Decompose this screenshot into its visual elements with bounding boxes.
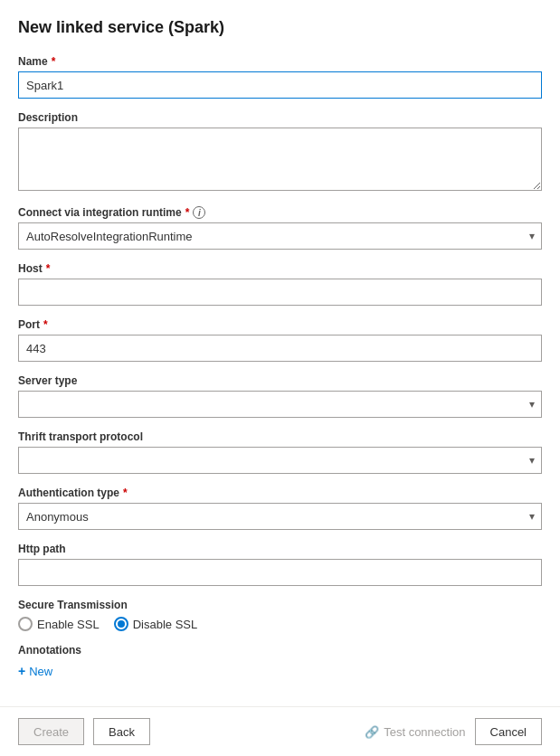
connect-field-group: Connect via integration runtime * i Auto… — [18, 206, 542, 250]
connect-label: Connect via integration runtime * i — [18, 206, 542, 219]
port-label: Port * — [18, 318, 542, 331]
test-connection-label: Test connection — [384, 725, 465, 739]
name-label: Name * — [18, 55, 542, 68]
port-input[interactable] — [18, 335, 542, 362]
description-field-group: Description — [18, 111, 542, 194]
auth-field-group: Authentication type * Anonymous ▾ — [18, 487, 542, 530]
thrift-select[interactable] — [18, 447, 542, 474]
name-field-group: Name * — [18, 55, 542, 99]
secure-transmission-label: Secure Transmission — [18, 599, 542, 611]
enable-ssl-label[interactable]: Enable SSL — [18, 617, 100, 631]
port-field-group: Port * — [18, 318, 542, 362]
disable-ssl-radio[interactable] — [114, 617, 128, 631]
connect-info-icon[interactable]: i — [193, 206, 205, 219]
server-type-field-group: Server type ▾ — [18, 374, 542, 418]
description-label: Description — [18, 111, 542, 124]
connect-select-wrapper: AutoResolveIntegrationRuntime ▾ — [18, 222, 542, 250]
name-required: * — [52, 55, 56, 68]
connect-select[interactable]: AutoResolveIntegrationRuntime — [18, 222, 542, 250]
http-path-field-group: Http path — [18, 543, 542, 586]
host-input[interactable] — [18, 279, 542, 306]
connect-required: * — [185, 206, 190, 219]
new-annotation-label: New — [29, 665, 52, 678]
footer-left: Create Back — [18, 718, 150, 745]
description-input[interactable] — [18, 128, 542, 191]
back-button[interactable]: Back — [93, 718, 150, 745]
ssl-radio-group: Enable SSL Disable SSL — [18, 617, 542, 631]
cancel-button[interactable]: Cancel — [475, 718, 542, 745]
auth-label: Authentication type * — [18, 487, 542, 499]
server-type-label: Server type — [18, 374, 542, 387]
disable-ssl-text: Disable SSL — [133, 618, 198, 631]
secure-transmission-section: Secure Transmission Enable SSL Disable S… — [18, 599, 542, 631]
enable-ssl-radio[interactable] — [18, 617, 33, 631]
enable-ssl-text: Enable SSL — [37, 618, 100, 631]
http-path-label: Http path — [18, 543, 542, 555]
annotations-section: Annotations + New — [18, 644, 542, 682]
footer: Create Back 🔗 Test connection Cancel — [0, 706, 560, 756]
test-connection-button[interactable]: 🔗 Test connection — [365, 725, 465, 739]
thrift-select-wrapper: ▾ — [18, 447, 542, 474]
http-path-input[interactable] — [18, 559, 542, 586]
name-input[interactable] — [18, 71, 542, 99]
server-type-select-wrapper: ▾ — [18, 391, 542, 418]
host-field-group: Host * — [18, 262, 542, 306]
test-connection-icon: 🔗 — [365, 725, 379, 739]
auth-select-wrapper: Anonymous ▾ — [18, 503, 542, 530]
thrift-field-group: Thrift transport protocol ▾ — [18, 430, 542, 474]
plus-icon: + — [18, 664, 25, 678]
annotations-label: Annotations — [18, 644, 542, 657]
auth-select[interactable]: Anonymous — [18, 503, 542, 530]
auth-required: * — [123, 487, 128, 499]
disable-ssl-label[interactable]: Disable SSL — [114, 617, 198, 631]
new-annotation-button[interactable]: + New — [18, 660, 52, 682]
create-button[interactable]: Create — [18, 718, 84, 745]
thrift-label: Thrift transport protocol — [18, 430, 542, 443]
host-required: * — [46, 262, 51, 275]
server-type-select[interactable] — [18, 391, 542, 418]
port-required: * — [43, 318, 48, 331]
host-label: Host * — [18, 262, 542, 275]
footer-right: 🔗 Test connection Cancel — [365, 718, 542, 745]
panel-title: New linked service (Spark) — [18, 18, 542, 37]
